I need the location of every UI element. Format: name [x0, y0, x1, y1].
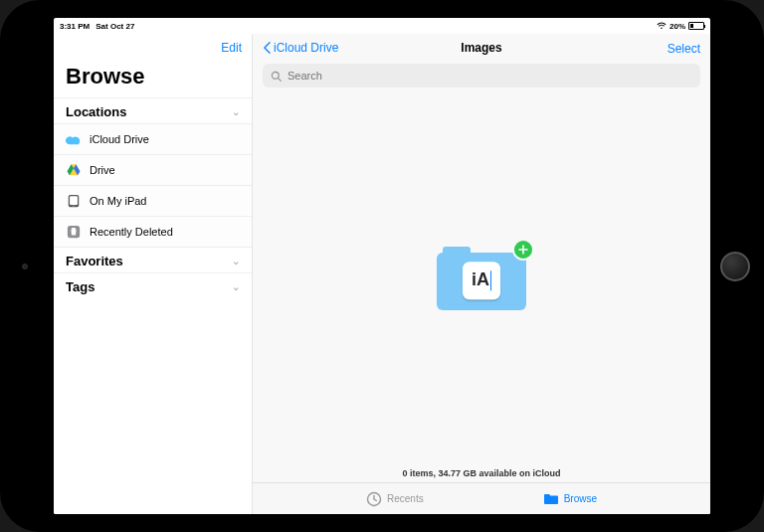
folder-icon: [543, 491, 559, 507]
sidebar-item-label: On My iPad: [90, 195, 146, 207]
sidebar-title: Browse: [54, 62, 252, 97]
sidebar-item-recently-deleted[interactable]: Recently Deleted: [54, 216, 252, 247]
wifi-icon: [657, 22, 667, 30]
search-input[interactable]: [287, 70, 692, 82]
section-locations[interactable]: Locations ⌄: [54, 97, 252, 123]
sidebar-item-label: Drive: [90, 164, 115, 176]
battery-percent: 20%: [669, 22, 685, 31]
search-bar[interactable]: [263, 64, 700, 88]
chevron-down-icon: ⌄: [232, 281, 240, 292]
sidebar-item-label: iCloud Drive: [90, 133, 149, 145]
sidebar-item-on-my-ipad[interactable]: On My iPad: [54, 185, 252, 216]
home-button[interactable]: [720, 252, 750, 281]
google-drive-icon: [66, 162, 82, 178]
front-camera: [22, 264, 28, 269]
cloud-icon: [66, 131, 82, 147]
trash-icon: [66, 224, 82, 240]
tab-recents[interactable]: Recents: [366, 491, 424, 507]
chevron-left-icon: [263, 42, 272, 54]
select-button[interactable]: Select: [668, 42, 700, 56]
tab-label: Recents: [387, 493, 424, 504]
ipad-frame: 3:31 PM Sat Oct 27 20% Edit: [0, 0, 764, 532]
content-pane: iCloud Drive Images Select: [253, 34, 710, 514]
folder-icon: iA: [437, 247, 526, 310]
app-icon-text: iA: [472, 269, 489, 290]
files-app: Edit Browse Locations ⌄ iCloud Drive: [54, 34, 710, 514]
edit-button[interactable]: Edit: [221, 41, 242, 55]
section-label: Favorites: [66, 254, 123, 268]
tab-bar: Recents Browse: [253, 482, 710, 514]
screen: 3:31 PM Sat Oct 27 20% Edit: [54, 18, 710, 514]
sidebar-item-label: Recently Deleted: [90, 226, 173, 238]
screen-bezel: 3:31 PM Sat Oct 27 20% Edit: [52, 16, 712, 516]
section-tags[interactable]: Tags ⌄: [54, 272, 252, 298]
storage-footer: 0 items, 34.77 GB available on iCloud: [253, 462, 710, 482]
sidebar-item-icloud-drive[interactable]: iCloud Drive: [54, 123, 252, 154]
back-button[interactable]: iCloud Drive: [263, 41, 338, 55]
dragged-app-icon: iA: [463, 262, 500, 299]
sidebar: Edit Browse Locations ⌄ iCloud Drive: [54, 34, 253, 514]
add-badge-icon: [514, 241, 532, 259]
text-cursor: [490, 270, 491, 290]
drop-target-folder[interactable]: iA: [437, 247, 526, 310]
content-nav: iCloud Drive Images Select: [253, 34, 710, 62]
search-icon: [271, 71, 282, 82]
section-label: Tags: [66, 279, 95, 294]
clock-icon: [366, 491, 382, 507]
tab-browse[interactable]: Browse: [543, 491, 597, 507]
back-label: iCloud Drive: [274, 41, 338, 55]
status-date: Sat Oct 27: [96, 22, 134, 31]
tab-label: Browse: [564, 493, 597, 504]
status-bar: 3:31 PM Sat Oct 27 20%: [54, 18, 710, 34]
svg-point-2: [73, 205, 74, 206]
section-favorites[interactable]: Favorites ⌄: [54, 247, 252, 272]
page-title: Images: [461, 41, 501, 55]
sidebar-item-drive[interactable]: Drive: [54, 154, 252, 185]
chevron-down-icon: ⌄: [232, 256, 240, 266]
ipad-icon: [66, 193, 82, 209]
section-label: Locations: [66, 104, 126, 119]
battery-icon: [688, 22, 704, 30]
svg-line-5: [279, 78, 282, 81]
svg-rect-1: [70, 196, 78, 205]
file-grid[interactable]: iA: [253, 93, 710, 462]
status-time: 3:31 PM: [60, 22, 90, 31]
chevron-down-icon: ⌄: [232, 106, 240, 117]
